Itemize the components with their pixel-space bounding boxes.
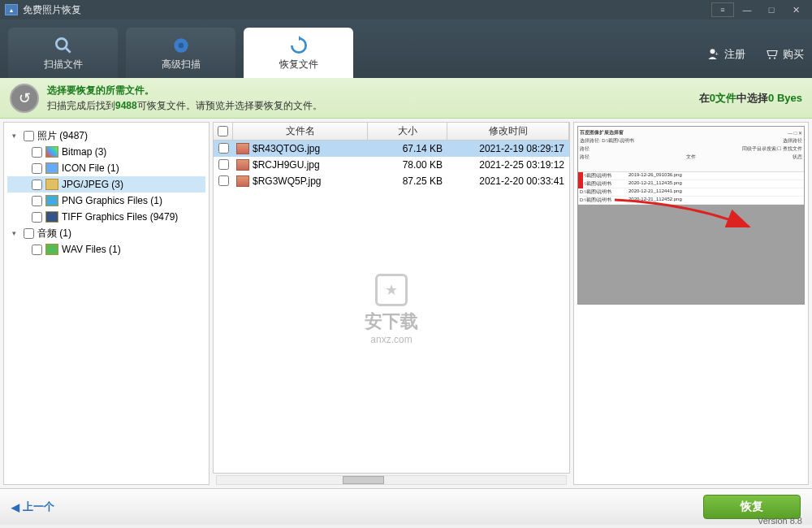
tree-checkbox[interactable] <box>32 180 42 190</box>
tree-item[interactable]: TIFF Graphics Files (9479) <box>7 209 205 225</box>
file-row[interactable]: $RCJH9GU.jpg78.00 KB2021-2-25 03:19:12 <box>214 157 569 173</box>
main-area: ▾ 照片 (9487) Bitmap (3)ICON File (1)JPG/J… <box>0 119 812 488</box>
thumbnail-icon <box>236 159 249 171</box>
menu-button[interactable]: ≡ <box>711 2 734 17</box>
tree-item[interactable]: JPG/JPEG (3) <box>7 176 205 193</box>
user-icon: + <box>706 47 721 62</box>
row-checkbox[interactable] <box>218 143 229 154</box>
titlebar: 免费照片恢复 ≡ — □ ✕ <box>0 0 812 19</box>
tree-item[interactable]: ICON File (1) <box>7 160 205 176</box>
selection-status: 在0文件中选择0 Byes <box>699 91 802 106</box>
row-checkbox[interactable] <box>218 175 229 186</box>
svg-line-1 <box>66 48 70 52</box>
buy-button[interactable]: 购买 <box>765 47 804 62</box>
tab-label: 扫描文件 <box>44 58 83 71</box>
file-row[interactable]: $R43QTOG.jpg67.14 KB2021-2-19 08:29:17 <box>214 141 569 157</box>
version-label: Version 8.8 <box>758 516 802 526</box>
col-name[interactable]: 文件名 <box>233 123 368 140</box>
tree-checkbox[interactable] <box>32 196 42 206</box>
col-size[interactable]: 大小 <box>368 123 447 140</box>
col-date[interactable]: 修改时间 <box>447 123 569 140</box>
svg-text:+: + <box>715 50 719 58</box>
tree-item[interactable]: PNG Graphics Files (1) <box>7 193 205 209</box>
register-button[interactable]: + 注册 <box>706 47 745 62</box>
filetype-icon <box>45 211 58 223</box>
horizontal-scrollbar[interactable] <box>216 475 567 485</box>
tree-item[interactable]: Bitmap (3) <box>7 144 205 160</box>
watermark: 安下载 anxz.com <box>365 274 418 345</box>
info-desc: 扫描完成后找到9488可恢复文件。请预览并选择要恢复的文件。 <box>47 99 322 113</box>
filetype-icon <box>45 162 58 174</box>
svg-point-6 <box>769 57 771 58</box>
tree-category-photo[interactable]: ▾ 照片 (9487) <box>7 128 205 144</box>
tree-checkbox[interactable] <box>24 131 34 141</box>
tab-scan[interactable]: 扫描文件 <box>8 28 118 78</box>
filetype-icon <box>45 146 58 158</box>
tab-advanced[interactable]: 高级扫描 <box>126 28 235 78</box>
row-checkbox[interactable] <box>218 159 229 170</box>
app-icon <box>5 4 18 15</box>
preview-image: 百度图像扩展选择窗— □ ✕ 选择路径: D:\截图\说明书选择路径 路径同级子… <box>577 126 805 305</box>
category-tree[interactable]: ▾ 照片 (9487) Bitmap (3)ICON File (1)JPG/J… <box>3 122 209 485</box>
filetype-icon <box>45 195 58 206</box>
lock-icon <box>375 274 408 306</box>
thumbnail-icon <box>236 175 249 187</box>
maximize-button[interactable]: □ <box>760 2 783 17</box>
refresh-icon <box>288 35 309 56</box>
svg-point-3 <box>178 42 184 48</box>
scroll-thumb[interactable] <box>343 476 385 484</box>
filetype-icon <box>45 244 58 255</box>
toolbar: 扫描文件 高级扫描 恢复文件 + 注册 购买 <box>0 19 812 78</box>
file-header: 文件名 大小 修改时间 <box>214 123 569 141</box>
tab-label: 高级扫描 <box>162 58 201 71</box>
tree-checkbox[interactable] <box>32 147 42 158</box>
thumbnail-icon <box>236 143 249 154</box>
app-title: 免费照片恢复 <box>23 3 81 17</box>
refresh-disk-icon <box>10 84 39 113</box>
minimize-button[interactable]: — <box>736 2 758 17</box>
tree-checkbox[interactable] <box>32 245 42 255</box>
collapse-icon[interactable]: ▾ <box>12 229 20 237</box>
collapse-icon[interactable]: ▾ <box>12 132 20 140</box>
info-title: 选择要恢复的所需文件。 <box>47 84 322 97</box>
red-arrow-icon <box>611 196 757 236</box>
prev-button[interactable]: ◀ 上一个 <box>11 500 54 514</box>
tree-item[interactable]: WAV Files (1) <box>7 241 205 258</box>
tree-checkbox[interactable] <box>24 228 34 239</box>
select-all-checkbox[interactable] <box>218 126 228 136</box>
close-button[interactable]: ✕ <box>784 2 807 17</box>
file-row[interactable]: $RG3WQ5P.jpg87.25 KB2021-2-20 00:33:41 <box>214 173 569 189</box>
file-list: 文件名 大小 修改时间 $R43QTOG.jpg67.14 KB2021-2-1… <box>213 122 570 474</box>
svg-point-0 <box>56 38 67 49</box>
preview-pane: 百度图像扩展选择窗— □ ✕ 选择路径: D:\截图\说明书选择路径 路径同级子… <box>573 122 809 485</box>
gear-icon <box>171 35 192 56</box>
tab-label: 恢复文件 <box>279 58 318 71</box>
svg-point-4 <box>710 49 715 54</box>
arrow-left-icon: ◀ <box>11 501 19 513</box>
info-bar: 选择要恢复的所需文件。 扫描完成后找到9488可恢复文件。请预览并选择要恢复的文… <box>0 78 812 119</box>
tab-recover[interactable]: 恢复文件 <box>244 28 353 78</box>
magnifier-icon <box>53 35 74 56</box>
filetype-icon <box>45 179 58 190</box>
cart-icon <box>765 47 780 62</box>
tree-category-audio[interactable]: ▾ 音频 (1) <box>7 225 205 241</box>
footer: ◀ 上一个 恢复 <box>0 488 812 525</box>
tree-checkbox[interactable] <box>32 163 42 174</box>
tree-checkbox[interactable] <box>32 212 42 223</box>
svg-point-7 <box>774 57 775 58</box>
